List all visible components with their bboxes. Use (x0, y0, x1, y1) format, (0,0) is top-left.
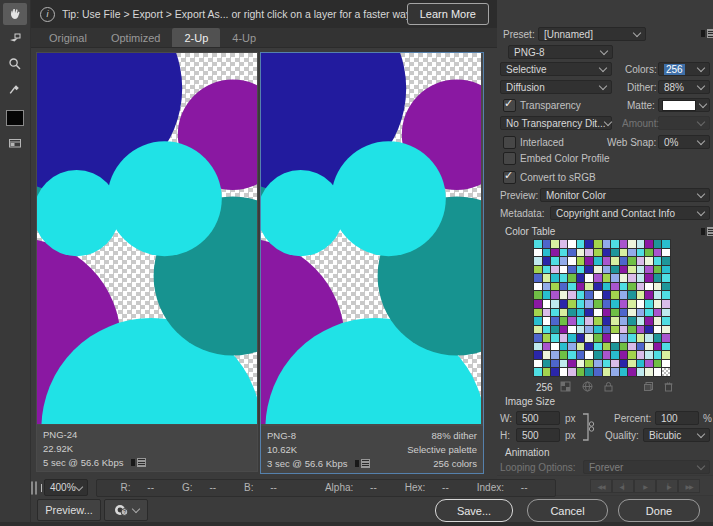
color-swatch[interactable] (620, 249, 628, 257)
color-swatch[interactable] (543, 351, 551, 359)
color-swatch[interactable] (611, 274, 619, 282)
color-swatch[interactable] (611, 257, 619, 265)
color-swatch[interactable] (551, 240, 559, 248)
color-swatch[interactable] (551, 283, 559, 291)
color-swatch[interactable] (628, 257, 636, 265)
color-swatch[interactable] (543, 343, 551, 351)
color-swatch[interactable] (585, 249, 593, 257)
color-swatch[interactable] (603, 326, 611, 334)
color-swatch[interactable] (568, 300, 576, 308)
color-swatch[interactable] (577, 334, 585, 342)
color-swatch[interactable] (645, 334, 653, 342)
color-swatch[interactable] (628, 240, 636, 248)
color-swatch[interactable] (662, 368, 670, 376)
color-swatch[interactable] (611, 309, 619, 317)
web-shift-icon[interactable] (582, 381, 593, 392)
color-swatch[interactable] (594, 291, 602, 299)
last-frame-button[interactable]: ▶▶ (678, 479, 700, 493)
color-swatch[interactable] (585, 334, 593, 342)
color-swatch[interactable] (543, 368, 551, 376)
color-swatch[interactable] (637, 351, 645, 359)
color-swatch[interactable] (628, 360, 636, 368)
color-swatch[interactable] (620, 274, 628, 282)
color-swatch[interactable] (577, 317, 585, 325)
color-swatch[interactable] (662, 360, 670, 368)
color-swatch[interactable] (594, 249, 602, 257)
color-swatch[interactable] (611, 317, 619, 325)
delete-color-icon[interactable] (663, 381, 674, 392)
color-swatch[interactable] (594, 266, 602, 274)
color-swatch[interactable] (645, 351, 653, 359)
convert-srgb-checkbox[interactable] (503, 171, 516, 184)
preview-menu-icon[interactable] (355, 459, 370, 468)
color-swatch[interactable] (611, 368, 619, 376)
color-swatch[interactable] (645, 300, 653, 308)
color-swatch[interactable] (603, 283, 611, 291)
tab-optimized[interactable]: Optimized (99, 28, 173, 47)
color-swatch[interactable] (551, 368, 559, 376)
color-swatch[interactable] (560, 326, 568, 334)
color-swatch[interactable] (594, 309, 602, 317)
color-swatch[interactable] (654, 326, 662, 334)
color-swatch[interactable] (577, 249, 585, 257)
color-swatch[interactable] (603, 317, 611, 325)
web-snap-field[interactable]: 0% (658, 135, 710, 149)
color-swatch[interactable] (594, 283, 602, 291)
color-swatch[interactable] (620, 360, 628, 368)
color-swatch[interactable] (628, 300, 636, 308)
color-swatch[interactable] (577, 266, 585, 274)
play-button[interactable]: ▶ (634, 479, 656, 493)
color-swatch[interactable] (628, 309, 636, 317)
color-swatch[interactable] (534, 317, 542, 325)
color-swatch[interactable] (654, 317, 662, 325)
color-swatch[interactable] (577, 343, 585, 351)
color-swatch[interactable] (585, 368, 593, 376)
color-swatch[interactable] (594, 274, 602, 282)
color-swatch[interactable] (620, 257, 628, 265)
color-swatch[interactable] (637, 257, 645, 265)
color-table-menu-icon[interactable] (701, 227, 713, 236)
color-swatch[interactable] (577, 291, 585, 299)
color-swatch[interactable] (654, 360, 662, 368)
preview-image-original[interactable] (37, 53, 257, 424)
dither-method-dropdown[interactable]: Diffusion (500, 80, 612, 94)
color-swatch[interactable] (534, 309, 542, 317)
color-swatch[interactable] (585, 351, 593, 359)
color-swatch[interactable] (637, 291, 645, 299)
color-swatch[interactable] (534, 351, 542, 359)
color-swatch[interactable] (662, 249, 670, 257)
color-swatch[interactable] (585, 326, 593, 334)
color-swatch[interactable] (603, 300, 611, 308)
color-swatch[interactable] (645, 309, 653, 317)
color-swatch[interactable] (628, 368, 636, 376)
color-swatch[interactable] (603, 351, 611, 359)
color-swatch[interactable] (551, 266, 559, 274)
color-swatch[interactable] (585, 300, 593, 308)
toggle-slices-visibility[interactable] (3, 132, 27, 154)
color-swatch[interactable] (577, 368, 585, 376)
embed-color-profile-checkbox[interactable] (503, 152, 516, 165)
color-swatch[interactable] (560, 300, 568, 308)
color-swatch[interactable] (560, 266, 568, 274)
color-swatch[interactable] (628, 283, 636, 291)
color-swatch[interactable] (645, 343, 653, 351)
color-swatch[interactable] (543, 317, 551, 325)
color-swatch[interactable] (611, 360, 619, 368)
color-swatch[interactable] (637, 249, 645, 257)
color-swatch[interactable] (543, 283, 551, 291)
color-swatch[interactable] (543, 240, 551, 248)
color-swatch[interactable] (637, 283, 645, 291)
color-swatch[interactable] (577, 326, 585, 334)
color-swatch[interactable] (585, 343, 593, 351)
matte-field[interactable] (658, 98, 710, 112)
color-swatch[interactable] (620, 368, 628, 376)
color-swatch[interactable] (568, 368, 576, 376)
color-swatch[interactable] (654, 257, 662, 265)
color-swatch[interactable] (551, 334, 559, 342)
color-swatch[interactable] (543, 249, 551, 257)
color-swatch[interactable] (637, 334, 645, 342)
color-swatch[interactable] (568, 291, 576, 299)
color-swatch[interactable] (577, 283, 585, 291)
color-swatch[interactable] (577, 351, 585, 359)
color-swatch[interactable] (551, 300, 559, 308)
